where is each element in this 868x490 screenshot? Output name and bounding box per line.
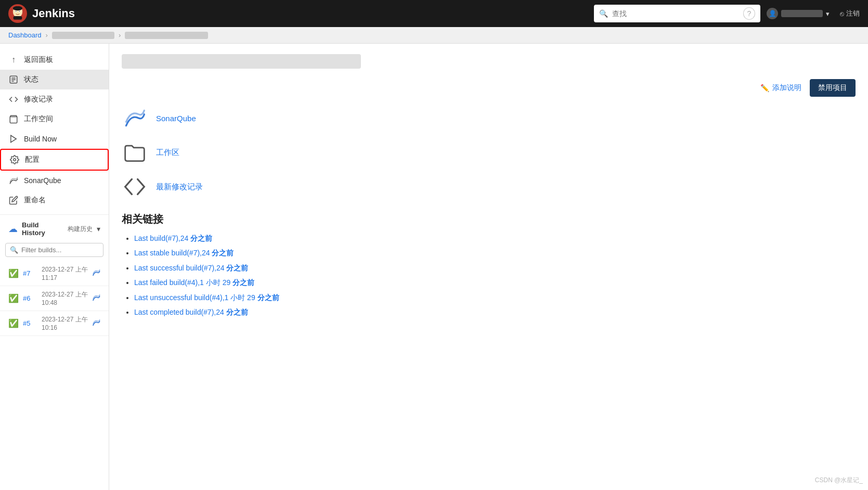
build-history-cloud-icon: ☁ [8, 223, 18, 235]
related-links-list: Last build(#7),24 分之前 Last stable build(… [122, 233, 856, 318]
last-build-link[interactable]: Last build(#7),24 分之前 [134, 234, 212, 242]
svg-rect-2 [14, 16, 22, 20]
last-unsuccessful-link[interactable]: Last unsuccessful build(#4),1 小时 29 分之前 [134, 293, 279, 302]
last-stable-link[interactable]: Last stable build(#7),24 分之前 [134, 249, 234, 257]
build-history-title: Build History [22, 221, 63, 237]
build-6-status-icon: ✅ [8, 293, 19, 303]
user-dropdown-chevron[interactable]: ▾ [826, 10, 830, 18]
list-item-last-stable: Last stable build(#7),24 分之前 [134, 247, 856, 259]
breadcrumb-dashboard[interactable]: Dashboard [8, 31, 42, 39]
add-description-button[interactable]: ✏️ 添加说明 [760, 83, 801, 93]
help-button[interactable]: ? [743, 7, 755, 20]
list-item-last-completed: Last completed build(#7),24 分之前 [134, 306, 856, 318]
sidebar-item-workspace[interactable]: 工作空间 [0, 109, 109, 129]
back-label: 返回面板 [24, 55, 53, 65]
user-avatar-icon: 👤 [767, 8, 778, 19]
logout-button[interactable]: ⎋ 注销 [836, 9, 860, 18]
breadcrumb-item-2 [52, 32, 114, 39]
workspace-folder-icon [122, 139, 148, 165]
build-now-label: Build Now [24, 135, 57, 143]
sidebar-item-changelog[interactable]: 修改记录 [0, 89, 109, 109]
sonarqube-link[interactable]: SonarQube [156, 114, 196, 123]
workspace-icon [8, 114, 19, 124]
build-6-signal-icon [92, 293, 100, 303]
disable-project-button[interactable]: 禁用项目 [810, 79, 856, 97]
svg-point-6 [19, 11, 20, 12]
build-item-7[interactable]: ✅ #7 2023-12-27 上午11:17 [0, 261, 109, 286]
add-description-label: 添加说明 [772, 83, 801, 93]
build-7-status-icon: ✅ [8, 268, 19, 278]
build-5-signal-icon [92, 318, 100, 328]
sidebar-item-build-now[interactable]: Build Now [0, 129, 109, 149]
last-completed-link[interactable]: Last completed build(#7),24 分之前 [134, 308, 248, 316]
sidebar-item-back[interactable]: ↑ 返回面板 [0, 50, 109, 70]
sonarqube-link-item: SonarQube [122, 105, 856, 131]
list-item-last-successful: Last successful build(#7),24 分之前 [134, 262, 856, 274]
status-label: 状态 [24, 75, 38, 84]
logout-icon: ⎋ [840, 10, 844, 18]
workspace-link[interactable]: 工作区 [156, 148, 179, 158]
changelog-link-item: 最新修改记录 [122, 174, 856, 200]
build-now-icon [8, 134, 19, 144]
build-filter-box: 🔍 [5, 243, 103, 257]
action-bar: ✏️ 添加说明 禁用项目 [122, 79, 856, 97]
build-history-chevron-icon[interactable]: ▾ [97, 225, 100, 233]
configure-icon [9, 155, 20, 164]
pencil-icon: ✏️ [760, 84, 769, 92]
configure-label: 配置 [25, 155, 40, 164]
status-icon [8, 75, 19, 84]
project-links: SonarQube 工作区 最新修改记录 [122, 105, 856, 200]
jenkins-logo[interactable]: Jenkins [8, 4, 75, 23]
workspace-link-item: 工作区 [122, 139, 856, 165]
sidebar-item-rename[interactable]: 重命名 [0, 190, 109, 210]
changelog-icon [8, 95, 19, 104]
username-label [781, 10, 823, 17]
build-5-status-icon: ✅ [8, 318, 19, 328]
build-5-number: #5 [23, 319, 37, 327]
list-item-last-failed: Last failed build(#4),1 小时 29 分之前 [134, 277, 856, 288]
breadcrumb: Dashboard › › [0, 27, 868, 44]
user-menu[interactable]: 👤 ▾ [767, 8, 830, 19]
changelog-code-icon [122, 174, 148, 200]
svg-point-5 [16, 11, 17, 12]
rename-label: 重命名 [24, 196, 46, 205]
list-item-last-build: Last build(#7),24 分之前 [134, 233, 856, 244]
logout-label: 注销 [846, 9, 860, 18]
build-6-time: 2023-12-27 上午10:48 [42, 290, 88, 306]
sidebar-item-sonarqube[interactable]: SonarQube [0, 171, 109, 190]
watermark: CSDN @水星记_ [815, 476, 863, 485]
header: Jenkins 🔍 ? 👤 ▾ ⎋ 注销 [0, 0, 868, 27]
build-7-signal-icon [92, 268, 100, 278]
rename-icon [8, 196, 19, 205]
breadcrumb-item-3 [125, 32, 208, 39]
workspace-label: 工作空间 [24, 114, 53, 124]
page-title-blurred [122, 54, 361, 69]
changelog-link[interactable]: 最新修改记录 [156, 182, 203, 192]
build-5-time: 2023-12-27 上午10:16 [42, 315, 88, 331]
svg-marker-12 [11, 135, 17, 143]
build-7-number: #7 [23, 269, 37, 277]
list-item-last-unsuccessful: Last unsuccessful build(#4),1 小时 29 分之前 [134, 292, 856, 303]
build-history-label: 构建历史 [68, 225, 93, 234]
sonarqube-sidebar-icon [8, 176, 19, 185]
sidebar-item-configure[interactable]: 配置 [0, 149, 109, 171]
build-item-5[interactable]: ✅ #5 2023-12-27 上午10:16 [0, 311, 109, 336]
search-icon: 🔍 [599, 9, 608, 18]
related-links-title: 相关链接 [122, 212, 856, 226]
back-icon: ↑ [8, 55, 19, 65]
breadcrumb-sep-1: › [46, 31, 48, 39]
sonarqube-label: SonarQube [24, 176, 61, 185]
build-filter-input[interactable] [21, 246, 99, 254]
search-box: 🔍 ? [594, 5, 760, 22]
main-content: ✏️ 添加说明 禁用项目 SonarQube [109, 44, 868, 490]
build-item-6[interactable]: ✅ #6 2023-12-27 上午10:48 [0, 286, 109, 311]
sidebar: ↑ 返回面板 状态 修改记录 工作空间 Build Now [0, 44, 109, 490]
svg-point-7 [13, 6, 22, 10]
search-input[interactable] [612, 9, 739, 18]
build-6-number: #6 [23, 294, 37, 302]
last-failed-link[interactable]: Last failed build(#4),1 小时 29 分之前 [134, 278, 254, 287]
main-layout: ↑ 返回面板 状态 修改记录 工作空间 Build Now [0, 44, 868, 490]
build-7-time: 2023-12-27 上午11:17 [42, 265, 88, 281]
sidebar-item-status[interactable]: 状态 [0, 70, 109, 89]
last-successful-link[interactable]: Last successful build(#7),24 分之前 [134, 264, 248, 272]
